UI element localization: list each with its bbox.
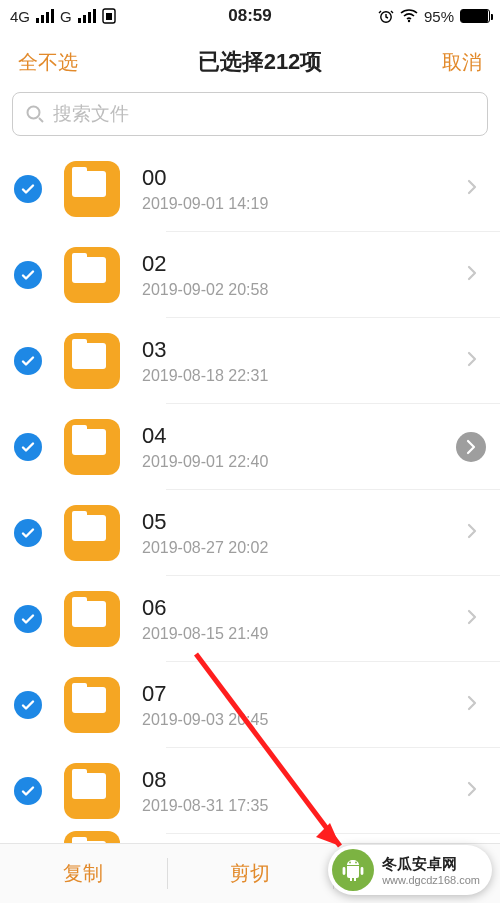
nav-bar: 全不选 已选择212项 取消 bbox=[0, 32, 500, 92]
item-name: 06 bbox=[142, 595, 466, 621]
android-icon bbox=[332, 849, 374, 891]
battery-percent: 95% bbox=[424, 8, 454, 25]
signal-bars-icon bbox=[78, 9, 96, 23]
list-item[interactable]: 072019-09-03 20:45 bbox=[0, 662, 500, 748]
chevron-right-icon[interactable] bbox=[466, 694, 486, 716]
item-date: 2019-08-31 17:35 bbox=[142, 797, 466, 815]
folder-icon bbox=[64, 247, 120, 303]
item-name: 02 bbox=[142, 251, 466, 277]
checkbox-checked-icon[interactable] bbox=[14, 261, 42, 289]
item-date: 2019-08-27 20:02 bbox=[142, 539, 466, 557]
folder-icon bbox=[64, 591, 120, 647]
cancel-button[interactable]: 取消 bbox=[442, 49, 482, 76]
cut-button[interactable]: 剪切 bbox=[167, 844, 334, 903]
folder-icon bbox=[64, 333, 120, 389]
item-name: 04 bbox=[142, 423, 456, 449]
chevron-right-icon[interactable] bbox=[466, 780, 486, 802]
item-name: 07 bbox=[142, 681, 466, 707]
network-label-1: 4G bbox=[10, 8, 30, 25]
item-name: 00 bbox=[142, 165, 466, 191]
item-date: 2019-08-15 21:49 bbox=[142, 625, 466, 643]
battery-icon bbox=[460, 9, 490, 23]
item-date: 2019-09-01 14:19 bbox=[142, 195, 466, 213]
item-name: 08 bbox=[142, 767, 466, 793]
checkbox-checked-icon[interactable] bbox=[14, 519, 42, 547]
checkbox-checked-icon[interactable] bbox=[14, 605, 42, 633]
search-input[interactable]: 搜索文件 bbox=[12, 92, 488, 136]
list-item[interactable]: 062019-08-15 21:49 bbox=[0, 576, 500, 662]
item-date: 2019-09-03 20:45 bbox=[142, 711, 466, 729]
list-item[interactable]: 082019-08-31 17:35 bbox=[0, 748, 500, 834]
chevron-right-icon[interactable] bbox=[456, 432, 486, 462]
search-icon bbox=[25, 104, 45, 124]
folder-icon bbox=[64, 677, 120, 733]
svg-point-4 bbox=[28, 107, 40, 119]
signal-bars-icon bbox=[36, 9, 54, 23]
list-item[interactable]: 002019-09-01 14:19 bbox=[0, 146, 500, 232]
item-date: 2019-09-01 22:40 bbox=[142, 453, 456, 471]
watermark-url: www.dgcdz168.com bbox=[382, 874, 480, 886]
chevron-right-icon[interactable] bbox=[466, 608, 486, 630]
list-item[interactable]: 042019-09-01 22:40 bbox=[0, 404, 500, 490]
watermark-badge: 冬瓜安卓网 www.dgcdz168.com bbox=[328, 845, 492, 895]
list-item[interactable]: 032019-08-18 22:31 bbox=[0, 318, 500, 404]
folder-icon bbox=[64, 763, 120, 819]
chevron-right-icon[interactable] bbox=[466, 522, 486, 544]
svg-point-6 bbox=[355, 862, 357, 864]
checkbox-checked-icon[interactable] bbox=[14, 691, 42, 719]
chevron-right-icon[interactable] bbox=[466, 264, 486, 286]
checkbox-checked-icon[interactable] bbox=[14, 347, 42, 375]
list-item[interactable]: 052019-08-27 20:02 bbox=[0, 490, 500, 576]
chevron-right-icon[interactable] bbox=[466, 350, 486, 372]
item-date: 2019-09-02 20:58 bbox=[142, 281, 466, 299]
status-bar: 4G G 08:59 95% bbox=[0, 0, 500, 32]
watermark-title: 冬瓜安卓网 bbox=[382, 855, 480, 874]
svg-rect-1 bbox=[106, 13, 112, 20]
folder-icon bbox=[64, 161, 120, 217]
deselect-all-button[interactable]: 全不选 bbox=[18, 49, 78, 76]
svg-point-5 bbox=[349, 862, 351, 864]
wifi-icon bbox=[400, 9, 418, 23]
search-placeholder: 搜索文件 bbox=[53, 101, 129, 127]
folder-icon bbox=[64, 419, 120, 475]
item-date: 2019-08-18 22:31 bbox=[142, 367, 466, 385]
copy-button[interactable]: 复制 bbox=[0, 844, 167, 903]
sim-icon bbox=[102, 8, 116, 24]
item-name: 05 bbox=[142, 509, 466, 535]
checkbox-checked-icon[interactable] bbox=[14, 175, 42, 203]
checkbox-checked-icon[interactable] bbox=[14, 777, 42, 805]
item-name: 03 bbox=[142, 337, 466, 363]
list-item[interactable]: 022019-09-02 20:58 bbox=[0, 232, 500, 318]
svg-point-3 bbox=[408, 20, 410, 22]
network-label-2: G bbox=[60, 8, 72, 25]
page-title: 已选择212项 bbox=[198, 47, 323, 77]
chevron-right-icon[interactable] bbox=[466, 178, 486, 200]
folder-icon bbox=[64, 505, 120, 561]
file-list: 002019-09-01 14:19022019-09-02 20:580320… bbox=[0, 146, 500, 884]
alarm-icon bbox=[378, 8, 394, 24]
checkbox-checked-icon[interactable] bbox=[14, 433, 42, 461]
status-time: 08:59 bbox=[228, 6, 271, 26]
